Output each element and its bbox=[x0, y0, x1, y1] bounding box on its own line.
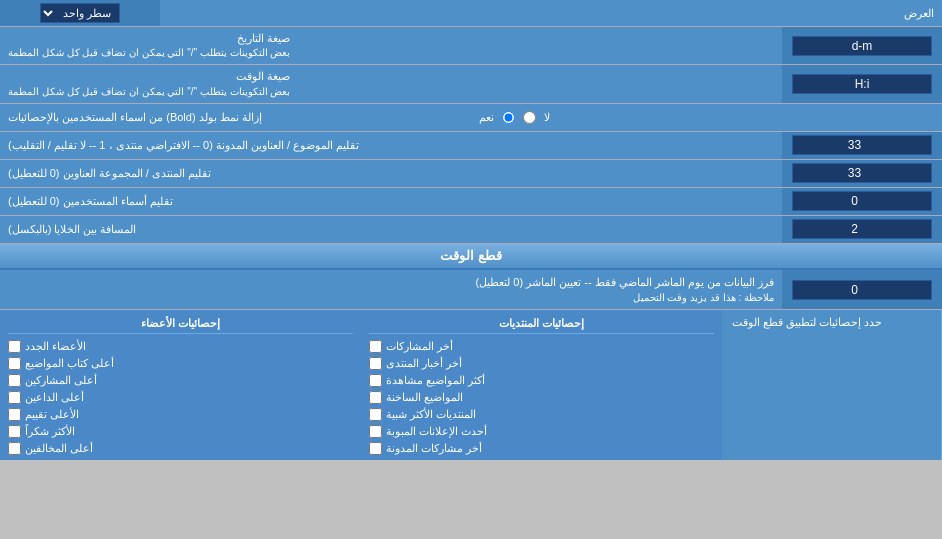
checkbox-forum-2[interactable] bbox=[369, 357, 382, 370]
bold-radio-cell: لا نعم bbox=[469, 104, 942, 131]
cutoff-input-cell bbox=[782, 270, 942, 310]
gap-input[interactable] bbox=[792, 219, 932, 239]
forum-limit-label: تقليم المنتدى / المجموعة العناوين (0 للت… bbox=[0, 160, 782, 187]
stats-item-5: المنتديات الأكثر شبية bbox=[369, 407, 714, 422]
member-stats-item-7: أعلى المخالفين bbox=[8, 441, 353, 456]
username-limit-input-cell bbox=[782, 188, 942, 215]
username-limit-input[interactable] bbox=[792, 191, 932, 211]
member-stats-item-5: الأعلى تقييم bbox=[8, 407, 353, 422]
checkbox-member-2[interactable] bbox=[8, 357, 21, 370]
member-stats-item-2: أعلى كتاب المواضيع bbox=[8, 356, 353, 371]
checkbox-forum-5[interactable] bbox=[369, 408, 382, 421]
member-stats-col: إحصائيات الأعضاء الأعضاء الجدد أعلى كتاب… bbox=[0, 310, 361, 460]
cutoff-section-header: قطع الوقت bbox=[0, 244, 942, 270]
bold-row: لا نعم إزالة نمط بولد (Bold) من اسماء ال… bbox=[0, 104, 942, 132]
time-format-label: صيغة الوقت بعض التكوينات يتطلب "/" التي … bbox=[0, 65, 782, 102]
bold-label: إزالة نمط بولد (Bold) من اسماء المستخدمي… bbox=[0, 104, 469, 131]
page-title: العرض bbox=[160, 4, 942, 23]
checkbox-forum-1[interactable] bbox=[369, 340, 382, 353]
date-format-input-cell bbox=[782, 27, 942, 64]
bold-no-radio[interactable] bbox=[523, 111, 536, 124]
cutoff-input[interactable] bbox=[792, 280, 932, 300]
cutoff-label: فرز البيانات من يوم الماشر الماضي فقط --… bbox=[0, 270, 782, 310]
topic-limit-label: تقليم الموضوع / العناوين المدونة (0 -- ا… bbox=[0, 132, 782, 159]
checkbox-forum-4[interactable] bbox=[369, 391, 382, 404]
stats-item-6: أحدث الإعلانات المبوبة bbox=[369, 424, 714, 439]
username-limit-label: تقليم أسماء المستخدمين (0 للتعطيل) bbox=[0, 188, 782, 215]
forum-limit-row: تقليم المنتدى / المجموعة العناوين (0 للت… bbox=[0, 160, 942, 188]
checkbox-forum-7[interactable] bbox=[369, 442, 382, 455]
gap-row: المسافة بين الخلايا (بالبكسل) bbox=[0, 216, 942, 244]
bold-no-label: لا bbox=[544, 111, 550, 124]
stats-item-1: أخر المشاركات bbox=[369, 339, 714, 354]
member-stats-item-1: الأعضاء الجدد bbox=[8, 339, 353, 354]
cutoff-row: فرز البيانات من يوم الماشر الماضي فقط --… bbox=[0, 270, 942, 311]
topic-limit-row: تقليم الموضوع / العناوين المدونة (0 -- ا… bbox=[0, 132, 942, 160]
forum-stats-col: إحصائيات المنتديات أخر المشاركات أخر أخب… bbox=[361, 310, 722, 460]
member-stats-item-4: أعلى الداعين bbox=[8, 390, 353, 405]
gap-label: المسافة بين الخلايا (بالبكسل) bbox=[0, 216, 782, 243]
member-stats-item-6: الأكثر شكراً bbox=[8, 424, 353, 439]
time-format-row: صيغة الوقت بعض التكوينات يتطلب "/" التي … bbox=[0, 65, 942, 103]
gap-input-cell bbox=[782, 216, 942, 243]
bold-yes-radio[interactable] bbox=[502, 111, 515, 124]
date-format-input[interactable] bbox=[792, 36, 932, 56]
time-format-input-cell bbox=[782, 65, 942, 102]
time-format-input[interactable] bbox=[792, 74, 932, 94]
checkbox-member-7[interactable] bbox=[8, 442, 21, 455]
stats-section: حدد إحصائيات لتطبيق قطع الوقت إحصائيات ا… bbox=[0, 310, 942, 460]
checkbox-forum-6[interactable] bbox=[369, 425, 382, 438]
forum-limit-input-cell bbox=[782, 160, 942, 187]
stats-item-2: أخر أخبار المنتدى bbox=[369, 356, 714, 371]
main-container: العرض سطر واحد سطرين ثلاثة أسطر صيغة الت… bbox=[0, 0, 942, 460]
forum-limit-input[interactable] bbox=[792, 163, 932, 183]
checkbox-member-1[interactable] bbox=[8, 340, 21, 353]
stats-item-4: المواضيع الساخنة bbox=[369, 390, 714, 405]
checkbox-member-5[interactable] bbox=[8, 408, 21, 421]
bold-yes-label: نعم bbox=[479, 111, 494, 124]
stats-limit-label: حدد إحصائيات لتطبيق قطع الوقت bbox=[722, 310, 942, 460]
date-format-row: صيغة التاريخ بعض التكوينات يتطلب "/" الت… bbox=[0, 27, 942, 65]
checkbox-member-4[interactable] bbox=[8, 391, 21, 404]
username-limit-row: تقليم أسماء المستخدمين (0 للتعطيل) bbox=[0, 188, 942, 216]
display-select[interactable]: سطر واحد سطرين ثلاثة أسطر bbox=[40, 3, 120, 23]
checkbox-member-6[interactable] bbox=[8, 425, 21, 438]
top-dropdown-cell: سطر واحد سطرين ثلاثة أسطر bbox=[0, 0, 160, 26]
stats-item-3: أكثر المواضيع مشاهدة bbox=[369, 373, 714, 388]
checkbox-member-3[interactable] bbox=[8, 374, 21, 387]
member-stats-item-3: أعلى المشاركين bbox=[8, 373, 353, 388]
topic-limit-input[interactable] bbox=[792, 135, 932, 155]
checkbox-forum-3[interactable] bbox=[369, 374, 382, 387]
top-row: العرض سطر واحد سطرين ثلاثة أسطر bbox=[0, 0, 942, 27]
forum-stats-title: إحصائيات المنتديات bbox=[369, 314, 714, 334]
stats-item-7: أخر مشاركات المدونة bbox=[369, 441, 714, 456]
topic-limit-input-cell bbox=[782, 132, 942, 159]
member-stats-title: إحصائيات الأعضاء bbox=[8, 314, 353, 334]
date-format-label: صيغة التاريخ بعض التكوينات يتطلب "/" الت… bbox=[0, 27, 782, 64]
